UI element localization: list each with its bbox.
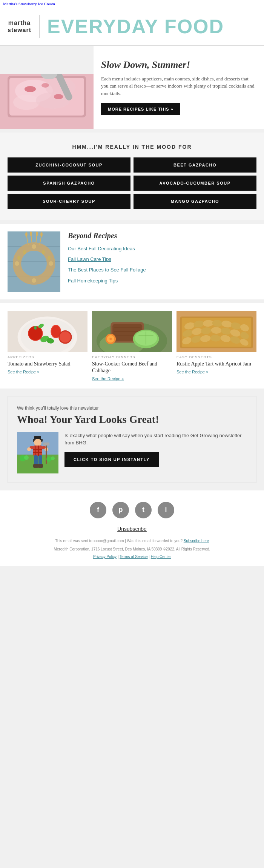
- wreath-svg: [8, 231, 60, 292]
- svg-point-8: [54, 94, 63, 99]
- help-center-link[interactable]: Help Center: [151, 555, 171, 559]
- header-title: EVERYDAY FOOD: [47, 15, 224, 38]
- footer-email-line: This email was sent to xxxxx@gmail.com |…: [8, 538, 256, 544]
- beyond-link-1[interactable]: Fall Lawn Care Tips: [68, 256, 146, 263]
- promo-image: [17, 432, 58, 473]
- svg-rect-12: [0, 46, 94, 74]
- recipe-category-1: EVERYDAY DINNERS: [92, 355, 172, 359]
- svg-point-26: [17, 256, 20, 260]
- recipes-grid: APPETIZERS Tomato and Strawberry Salad S…: [8, 311, 256, 381]
- promo-heading: Whoa! Your Yard Looks Great!: [17, 413, 247, 426]
- mood-btn-5[interactable]: MANGO GAZPACHO: [134, 194, 256, 209]
- subscribe-link[interactable]: Subscribe here: [184, 539, 209, 543]
- promo-label: We think you'll totally love this newsle…: [17, 405, 247, 411]
- svg-rect-107: [33, 464, 38, 468]
- twitter-icon[interactable]: t: [135, 502, 152, 518]
- header-divider: [39, 15, 40, 38]
- desserts-svg: [177, 311, 256, 352]
- svg-point-7: [25, 86, 36, 92]
- mood-btn-0[interactable]: ZUCCHINI-COCONUT SOUP: [8, 157, 130, 173]
- hero-image: [0, 46, 94, 129]
- beyond-image: [8, 231, 60, 292]
- recipe-card-1: EVERYDAY DINNERS Slow-Cooker Corned Beef…: [92, 311, 172, 381]
- recipe-link-2[interactable]: See the Recipe »: [177, 370, 256, 374]
- recipe-category-2: EASY DESSERTS: [177, 355, 256, 359]
- terms-of-service-link[interactable]: Terms of Service: [120, 555, 147, 559]
- svg-point-112: [51, 456, 55, 460]
- recipe-link-1[interactable]: See the Recipe »: [92, 376, 172, 381]
- mood-btn-1[interactable]: BEET GAZPACHO: [134, 157, 256, 173]
- facebook-icon[interactable]: f: [90, 502, 106, 518]
- ice-cream-svg: [0, 46, 94, 129]
- svg-rect-103: [46, 443, 47, 464]
- dinners-svg: [92, 311, 172, 352]
- svg-point-33: [36, 231, 38, 236]
- mood-btn-4[interactable]: SOUR-CHERRY SOUP: [8, 194, 130, 209]
- mood-btn-3[interactable]: AVOCADO-CUCUMBER SOUP: [134, 176, 256, 191]
- hero-image-inner: [0, 46, 94, 129]
- svg-point-24: [48, 256, 51, 260]
- svg-rect-94: [33, 446, 42, 456]
- recipe-image-2: [177, 311, 256, 352]
- social-icons: f p t i: [8, 502, 256, 518]
- pinterest-icon[interactable]: p: [112, 502, 129, 518]
- privacy-policy-link[interactable]: Privacy Policy: [93, 555, 117, 559]
- appetizers-svg: [8, 311, 87, 352]
- hero-content: Slow Down, Summer! Each menu includes ap…: [94, 52, 264, 123]
- svg-point-62: [109, 338, 112, 340]
- footer: f p t i Unsubscribe This email was sent …: [0, 490, 264, 566]
- mood-grid: ZUCCHINI-COCONUT SOUP BEET GAZPACHO SPAN…: [8, 157, 256, 209]
- beyond-heading: Beyond Recipes: [68, 231, 146, 240]
- svg-point-20: [49, 261, 53, 266]
- brand-line1: martha: [8, 19, 31, 26]
- svg-point-32: [30, 231, 32, 236]
- promo-description: Is exactly what people will say when you…: [64, 432, 247, 447]
- mood-section: HMM...I'M REALLY IN THE MOOD FOR ZUCCHIN…: [0, 133, 264, 220]
- recipe-link-0[interactable]: See the Recipe »: [8, 370, 87, 374]
- promo-inner: Is exactly what people will say when you…: [17, 432, 247, 473]
- svg-point-23: [42, 250, 45, 254]
- recipe-category-0: APPETIZERS: [8, 355, 87, 359]
- svg-rect-108: [38, 464, 43, 468]
- svg-point-22: [15, 261, 19, 266]
- unsubscribe-link[interactable]: Unsubscribe: [8, 526, 256, 532]
- beyond-section: Beyond Recipes Our Best Fall Decorating …: [0, 224, 264, 299]
- svg-rect-87: [182, 318, 251, 347]
- beyond-content: Beyond Recipes Our Best Fall Decorating …: [68, 231, 146, 288]
- promo-section: We think you'll totally love this newsle…: [8, 396, 256, 483]
- svg-point-5: [13, 95, 40, 110]
- svg-point-46: [60, 331, 71, 343]
- footer-links: Privacy Policy | Terms of Service | Help…: [8, 554, 256, 560]
- svg-rect-104: [43, 442, 49, 446]
- top-link[interactable]: Martha's Strawberry Ice Cream: [0, 0, 264, 8]
- header: martha stewart EVERYDAY FOOD: [0, 8, 264, 46]
- svg-point-101: [27, 447, 31, 451]
- footer-company-line: Meredith Corporation, 1716 Locust Street…: [8, 546, 256, 552]
- svg-point-9: [41, 83, 49, 88]
- more-recipes-button[interactable]: MORE RECIPES LIKE THIS »: [101, 103, 180, 115]
- instagram-icon[interactable]: i: [158, 502, 174, 518]
- hero-description: Each menu includes appetizers, main cour…: [101, 75, 256, 97]
- recipe-image-1: [92, 311, 172, 352]
- mood-title: HMM...I'M REALLY IN THE MOOD FOR: [8, 144, 256, 150]
- top-link-text[interactable]: Martha's Strawberry Ice Cream: [3, 2, 55, 6]
- hero-section: Slow Down, Summer! Each menu includes ap…: [0, 46, 264, 129]
- beyond-link-2[interactable]: The Best Places to See Fall Foliage: [68, 267, 146, 273]
- promo-text: Is exactly what people will say when you…: [64, 432, 247, 467]
- footer-email-text: This email was sent to xxxxx@gmail.com |…: [55, 539, 183, 543]
- svg-point-19: [32, 244, 36, 249]
- recipe-title-2: Rustic Apple Tart with Apricot Jam: [177, 361, 256, 367]
- svg-point-21: [32, 278, 36, 283]
- hero-heading: Slow Down, Summer!: [101, 59, 256, 71]
- beyond-link-3[interactable]: Fall Homekeeping Tips: [68, 278, 146, 284]
- recipe-title-1: Slow-Cooker Corned Beef and Cabbage: [92, 361, 172, 374]
- recipe-title-0: Tomato and Strawberry Salad: [8, 361, 87, 367]
- beyond-link-0[interactable]: Our Best Fall Decorating Ideas: [68, 245, 146, 252]
- promo-signup-button[interactable]: CLICK TO SIGN UP INSTANTLY: [64, 452, 159, 467]
- svg-point-111: [46, 456, 52, 462]
- promo-svg: [17, 432, 58, 473]
- mood-btn-2[interactable]: SPANISH GAZPACHO: [8, 176, 130, 191]
- brand-line2: stewart: [8, 26, 31, 34]
- svg-point-25: [23, 250, 26, 254]
- brand-logo: martha stewart: [8, 19, 31, 34]
